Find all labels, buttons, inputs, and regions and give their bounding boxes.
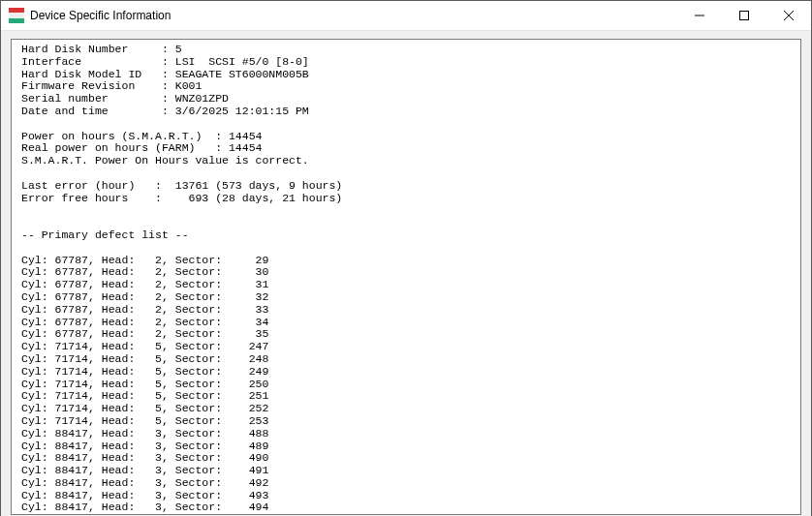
titlebar[interactable]: Device Specific Information: [1, 1, 811, 31]
report-frame: Hard Disk Number : 5 Interface : LSI SCS…: [11, 39, 801, 515]
titlebar-controls: [677, 1, 811, 30]
close-window-button[interactable]: [766, 1, 811, 30]
minimize-icon: [695, 11, 704, 20]
minimize-button[interactable]: [677, 1, 722, 30]
svg-rect-4: [740, 12, 749, 20]
svg-rect-1: [9, 13, 24, 18]
device-info-window: Device Specific Information Hard Disk Nu…: [0, 0, 812, 516]
svg-rect-0: [9, 8, 24, 13]
window-title: Device Specific Information: [30, 9, 677, 22]
app-icon: [9, 8, 24, 23]
maximize-icon: [739, 11, 749, 20]
maximize-button[interactable]: [722, 1, 766, 30]
close-icon: [784, 11, 794, 20]
svg-rect-2: [9, 18, 24, 23]
report-text[interactable]: Hard Disk Number : 5 Interface : LSI SCS…: [12, 40, 800, 514]
content-area: Hard Disk Number : 5 Interface : LSI SCS…: [1, 31, 811, 516]
